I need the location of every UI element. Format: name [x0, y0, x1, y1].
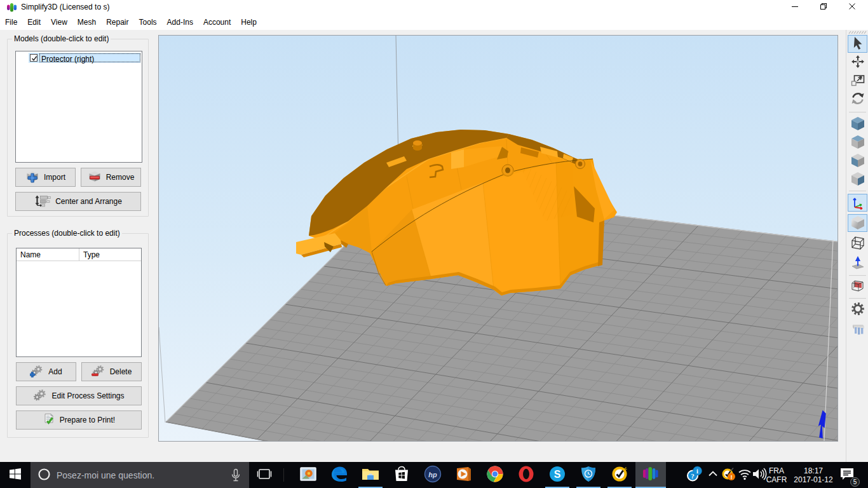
models-list[interactable]: Protector (right)	[15, 51, 142, 163]
toolbar-tool-move[interactable]	[848, 53, 867, 71]
taskbar-app-shield-utility[interactable]	[573, 462, 604, 488]
wifi-icon	[737, 466, 752, 484]
toolbar-support-structures[interactable]	[848, 321, 867, 339]
taskbar-app-photos[interactable]	[293, 462, 323, 488]
toolbar-separator	[849, 275, 866, 276]
add-process-button[interactable]: Add	[16, 362, 76, 381]
toolbar-view-front[interactable]	[848, 152, 867, 170]
tray-show-hidden[interactable]	[705, 462, 721, 488]
cortana-search-box[interactable]: Posez-moi une question.	[31, 462, 249, 488]
model-item-label[interactable]: Protector (right)	[39, 53, 140, 62]
processes-table[interactable]: Name Type	[16, 248, 142, 357]
right-toolbar	[846, 30, 868, 462]
action-center-button[interactable]: 5	[839, 462, 855, 488]
language-indicator[interactable]: FRA CAFR	[763, 466, 790, 484]
taskbar-app-simplify3d[interactable]	[635, 462, 666, 488]
menu-addins[interactable]: Add-Ins	[162, 15, 198, 29]
svg-text:S: S	[554, 469, 561, 480]
norton-tray-icon: !	[721, 466, 737, 484]
toolbar-tool-select[interactable]	[848, 35, 867, 53]
minimize-button[interactable]	[780, 0, 809, 15]
import-button-label: Import	[44, 173, 65, 182]
column-type: Type	[83, 250, 100, 259]
minimize-icon	[791, 3, 799, 12]
remove-button[interactable]: Remove	[81, 168, 141, 187]
edit-settings-icon	[33, 389, 47, 403]
toolbar-cross-section[interactable]	[848, 278, 867, 295]
import-button[interactable]: Import	[15, 168, 76, 187]
edit-process-settings-button[interactable]: Edit Process Settings	[16, 386, 142, 405]
tray-norton[interactable]: !	[721, 462, 737, 488]
svg-text:!: !	[730, 473, 732, 480]
skype-icon: S	[548, 464, 567, 485]
cross-section-icon	[850, 278, 865, 295]
close-button[interactable]	[837, 0, 866, 15]
model-knob-1	[413, 140, 422, 151]
taskbar-app-windows-store[interactable]	[386, 462, 417, 488]
toolbar-toggle-axes[interactable]	[848, 194, 867, 212]
prepare-button-label: Prepare to Print!	[60, 416, 115, 424]
toolbar-tool-rotate[interactable]	[848, 90, 867, 108]
start-button[interactable]	[0, 462, 31, 488]
taskbar-separator	[283, 468, 284, 482]
tray-blue-circles-icon: ?i	[685, 464, 704, 485]
processes-table-header: Name Type	[17, 248, 141, 261]
import-icon	[25, 170, 39, 185]
menu-file[interactable]: File	[0, 15, 22, 29]
toolbar-render-solid[interactable]	[848, 214, 867, 232]
model-list-item[interactable]: Protector (right)	[29, 53, 140, 63]
restore-button[interactable]	[809, 0, 837, 15]
microphone-icon[interactable]	[230, 468, 241, 484]
taskbar-app-file-explorer[interactable]	[355, 462, 386, 488]
clock-date: 2017-01-12	[792, 475, 835, 484]
norton-icon	[610, 464, 629, 485]
toolbar-view-side[interactable]	[848, 170, 867, 188]
remove-icon	[88, 170, 102, 185]
restore-icon	[820, 3, 827, 12]
render-wireframe-icon	[850, 235, 865, 252]
taskbar-app-opera[interactable]	[511, 462, 541, 488]
toolbar-view-top[interactable]	[848, 133, 867, 151]
menu-view[interactable]: View	[46, 15, 72, 29]
title-bar: Simplify3D (Licensed to s)	[0, 0, 868, 15]
toolbar-view-iso[interactable]	[848, 115, 867, 133]
taskbar-app-edge[interactable]	[324, 462, 355, 488]
prepare-print-icon	[43, 413, 55, 428]
toolbar-render-normals[interactable]	[848, 255, 867, 273]
toolbar-grip[interactable]	[848, 28, 867, 33]
taskbar-app-skype[interactable]: S	[542, 462, 573, 488]
clock[interactable]: 18:17 2017-01-12	[792, 466, 835, 484]
svg-text:hp: hp	[428, 471, 437, 478]
tray-support-app[interactable]: ?i	[685, 462, 704, 488]
window-title: Simplify3D (Licensed to s)	[21, 3, 109, 11]
toolbar-machine-settings[interactable]	[848, 301, 867, 318]
opera-icon	[517, 464, 536, 485]
tool-move-icon	[850, 54, 865, 71]
model-checkbox[interactable]	[30, 54, 37, 62]
viewport-3d[interactable]	[158, 35, 838, 442]
toolbar-tool-scale[interactable]	[848, 72, 867, 90]
menu-repair[interactable]: Repair	[101, 15, 133, 29]
taskbar-app-media-player[interactable]	[449, 462, 479, 488]
prepare-to-print-button[interactable]: Prepare to Print!	[16, 410, 142, 430]
view-side-icon	[850, 171, 865, 188]
menu-mesh[interactable]: Mesh	[72, 15, 101, 29]
menu-account[interactable]: Account	[198, 15, 236, 29]
taskbar-app-chrome[interactable]	[480, 462, 510, 488]
task-view-button[interactable]	[249, 462, 280, 488]
taskbar-app-norton[interactable]	[604, 462, 635, 488]
simplify3d-logo-icon	[6, 2, 17, 13]
svg-text:i: i	[696, 468, 698, 475]
toolbar-render-wireframe[interactable]	[848, 234, 867, 252]
delete-icon	[92, 365, 105, 379]
hp-icon: hp	[423, 464, 442, 485]
menu-tools[interactable]: Tools	[134, 15, 162, 29]
center-arrange-button[interactable]: Center and Arrange	[15, 192, 141, 211]
view-top-icon	[850, 134, 865, 151]
models-panel-label: Models (double-click to edit)	[12, 34, 111, 43]
menu-edit[interactable]: Edit	[22, 15, 46, 29]
menu-help[interactable]: Help	[236, 15, 262, 29]
tray-network[interactable]	[737, 462, 752, 488]
delete-process-button[interactable]: Delete	[81, 362, 142, 381]
taskbar-app-hp[interactable]: hp	[417, 462, 448, 488]
